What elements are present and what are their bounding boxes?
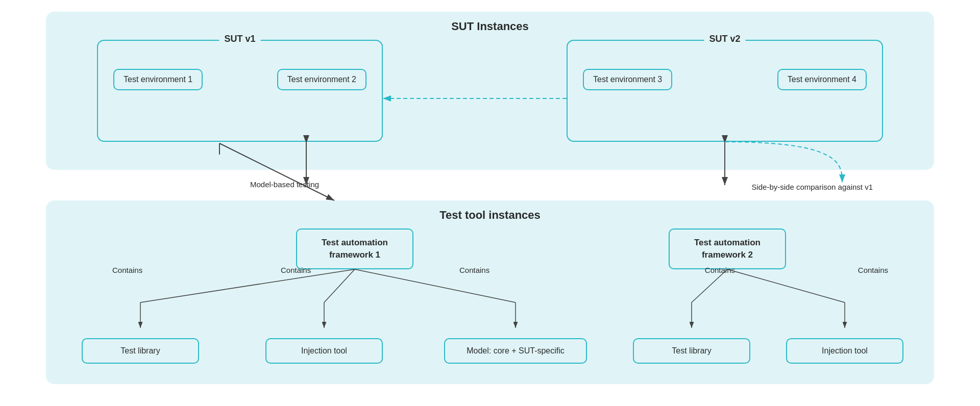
sut-v2-box: SUT v2 Test environment 3 Test environme… — [567, 40, 883, 142]
env3-box: Test environment 3 — [583, 69, 672, 90]
sut-instances-box: SUT Instances SUT v1 Test environment 1 … — [46, 12, 934, 170]
env1-box: Test environment 1 — [113, 69, 203, 90]
sut-instances-label: SUT Instances — [46, 20, 934, 33]
model-based-testing-label: Model-based testing — [250, 180, 319, 189]
sut-v1-label: SUT v1 — [219, 34, 260, 44]
contains-label-3: Contains — [459, 266, 489, 274]
injection-tool1-box: Injection tool — [265, 338, 383, 364]
contains-label-5: Contains — [858, 266, 888, 274]
framework1-box: Test automation framework 1 — [296, 229, 413, 269]
sut-v2-label: SUT v2 — [704, 34, 745, 44]
sut-v1-box: SUT v1 Test environment 1 Test environme… — [97, 40, 383, 142]
framework2-box: Test automation framework 2 — [669, 229, 786, 269]
env2-box: Test environment 2 — [277, 69, 366, 90]
contains-label-2: Contains — [281, 266, 311, 274]
injection-tool2-box: Injection tool — [786, 338, 903, 364]
test-tool-label: Test tool instances — [46, 209, 934, 222]
model-box: Model: core + SUT-specific — [444, 338, 587, 364]
env4-box: Test environment 4 — [777, 69, 867, 90]
diagram-container: SUT Instances SUT v1 Test environment 1 … — [26, 12, 954, 394]
side-by-side-label: Side-by-side comparison against v1 — [751, 183, 873, 191]
test-library1-box: Test library — [82, 338, 199, 364]
test-library2-box: Test library — [633, 338, 750, 364]
test-tool-box: Test tool instances Test automation fram… — [46, 200, 934, 384]
contains-label-1: Contains — [112, 266, 142, 274]
contains-label-4: Contains — [705, 266, 735, 274]
